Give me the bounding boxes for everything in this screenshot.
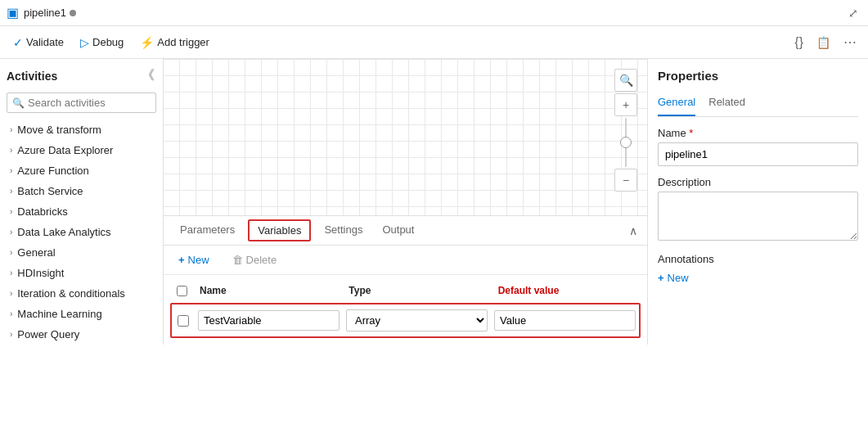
- canvas-search-button[interactable]: 🔍: [614, 69, 637, 92]
- sidebar-title: Activities: [7, 70, 57, 83]
- zoom-in-button[interactable]: +: [614, 93, 637, 116]
- sidebar-item[interactable]: ›Azure Data Explorer: [0, 140, 163, 160]
- sidebar-item-label: Iteration & conditionals: [17, 287, 125, 300]
- new-annotation-label: New: [668, 272, 689, 284]
- checkbox-header-cell: [170, 282, 193, 300]
- main-layout: Activities 《 🔍 ›Move & transform›Azure D…: [0, 59, 868, 345]
- panel-tabs: General Related: [658, 92, 858, 117]
- variable-type-select[interactable]: Array String Boolean Integer: [346, 309, 488, 332]
- chevron-icon: ›: [10, 248, 12, 257]
- annotations-title: Annotations: [658, 253, 858, 265]
- sidebar-item-label: General: [17, 246, 55, 259]
- chevron-icon: ›: [10, 207, 12, 216]
- validate-button[interactable]: ✓ Validate: [7, 33, 70, 52]
- table-header: Name Type Default value: [170, 278, 641, 303]
- default-value-header: Default value: [492, 282, 641, 300]
- description-label: Description: [658, 176, 858, 188]
- description-textarea[interactable]: [658, 192, 858, 241]
- bottom-panel: Parameters Variables Settings Output ∧ +…: [164, 215, 647, 345]
- search-icon: 🔍: [12, 97, 25, 109]
- panel-collapse-button[interactable]: ∧: [626, 221, 641, 241]
- name-label: Name: [658, 127, 858, 139]
- unsaved-dot: [70, 10, 76, 16]
- canvas[interactable]: 🔍 + −: [164, 59, 647, 215]
- delete-variable-button[interactable]: 🗑 Delete: [224, 250, 286, 269]
- type-cell: Array String Boolean Integer: [343, 308, 491, 333]
- name-field-group: Name: [658, 127, 858, 166]
- sidebar-item-label: Databricks: [17, 205, 67, 218]
- tab-general[interactable]: General: [658, 92, 695, 116]
- lightning-icon: ⚡: [140, 36, 154, 49]
- tab-variables[interactable]: Variables: [248, 219, 311, 241]
- zoom-out-button[interactable]: −: [614, 169, 637, 192]
- toolbar-right: {} 📋 ⋯: [789, 31, 861, 53]
- bottom-toolbar: + New 🗑 Delete: [164, 246, 647, 275]
- variables-table: Name Type Default value Array S: [164, 275, 647, 345]
- sidebar-header: Activities 《: [0, 59, 163, 89]
- sidebar-item[interactable]: ›Machine Learning: [0, 304, 163, 324]
- note-button[interactable]: 📋: [812, 31, 835, 53]
- more-button[interactable]: ⋯: [839, 31, 861, 53]
- select-all-checkbox[interactable]: [177, 286, 187, 296]
- sidebar-controls: 《: [140, 65, 156, 86]
- zoom-slider-thumb[interactable]: [620, 137, 632, 148]
- name-input[interactable]: [658, 142, 858, 166]
- plus-icon: +: [178, 254, 185, 266]
- right-panel: Properties General Related Name Descript…: [647, 59, 868, 345]
- variable-row: Array String Boolean Integer: [170, 303, 641, 338]
- sidebar-item-label: Batch Service: [17, 185, 83, 197]
- sidebar-item-label: HDInsight: [17, 267, 64, 279]
- chevron-icon: ›: [10, 289, 12, 298]
- title-bar-actions: ⤢: [845, 5, 861, 21]
- add-trigger-label: Add trigger: [157, 36, 209, 48]
- add-trigger-button[interactable]: ⚡ Add trigger: [133, 33, 216, 52]
- sidebar-item[interactable]: ›HDInsight: [0, 263, 163, 283]
- sidebar-items-list: ›Move & transform›Azure Data Explorer›Az…: [0, 120, 163, 345]
- maximize-button[interactable]: ⤢: [845, 5, 861, 21]
- chevron-icon: ›: [10, 309, 12, 318]
- row-checkbox[interactable]: [178, 315, 189, 327]
- default-value-cell: [491, 309, 639, 332]
- sidebar-item[interactable]: ›Batch Service: [0, 181, 163, 201]
- annotations-section: Annotations + New: [658, 253, 858, 286]
- code-button[interactable]: {}: [789, 31, 808, 53]
- sidebar-item[interactable]: ›Power Query: [0, 324, 163, 345]
- app-icon: ▣: [7, 5, 19, 20]
- add-annotation-button[interactable]: + New: [658, 270, 689, 286]
- canvas-container: 🔍 + − Parameters Variables Settings Outp…: [164, 59, 647, 345]
- sidebar-item[interactable]: ›Move & transform: [0, 120, 163, 140]
- tab-parameters[interactable]: Parameters: [170, 217, 245, 244]
- sidebar-item-label: Machine Learning: [17, 308, 101, 320]
- name-cell: [195, 309, 343, 332]
- tab-related[interactable]: Related: [708, 92, 745, 116]
- variable-name-input[interactable]: [198, 310, 340, 331]
- chevron-icon: ›: [10, 166, 12, 175]
- sidebar-item[interactable]: ›Azure Function: [0, 160, 163, 181]
- sidebar-item-label: Data Lake Analytics: [17, 226, 110, 238]
- sidebar-item[interactable]: ›Iteration & conditionals: [0, 283, 163, 304]
- sidebar-item[interactable]: ›Data Lake Analytics: [0, 222, 163, 242]
- add-icon: +: [658, 272, 664, 284]
- tab-settings[interactable]: Settings: [314, 217, 372, 244]
- bottom-tabs: Parameters Variables Settings Output ∧: [164, 216, 647, 246]
- sidebar-item[interactable]: ›Databricks: [0, 201, 163, 222]
- play-icon: ▷: [80, 36, 89, 49]
- debug-label: Debug: [92, 36, 124, 48]
- tab-output[interactable]: Output: [372, 217, 424, 244]
- pipeline-title: pipeline1: [24, 7, 66, 19]
- search-box: 🔍: [7, 92, 156, 113]
- chevron-icon: ›: [10, 187, 12, 196]
- canvas-controls: 🔍 + −: [614, 69, 637, 192]
- chevron-icon: ›: [10, 146, 12, 155]
- zoom-slider-track: [625, 118, 627, 167]
- debug-button[interactable]: ▷ Debug: [74, 33, 130, 52]
- properties-title: Properties: [658, 69, 858, 83]
- variable-default-input[interactable]: [494, 310, 636, 331]
- validate-label: Validate: [26, 36, 64, 48]
- search-input[interactable]: [28, 97, 164, 109]
- checkmark-icon: ✓: [13, 36, 23, 49]
- sidebar-item[interactable]: ›General: [0, 242, 163, 263]
- name-header: Name: [193, 282, 342, 300]
- new-variable-button[interactable]: + New: [170, 250, 218, 269]
- sidebar-collapse-button[interactable]: 《: [140, 65, 156, 86]
